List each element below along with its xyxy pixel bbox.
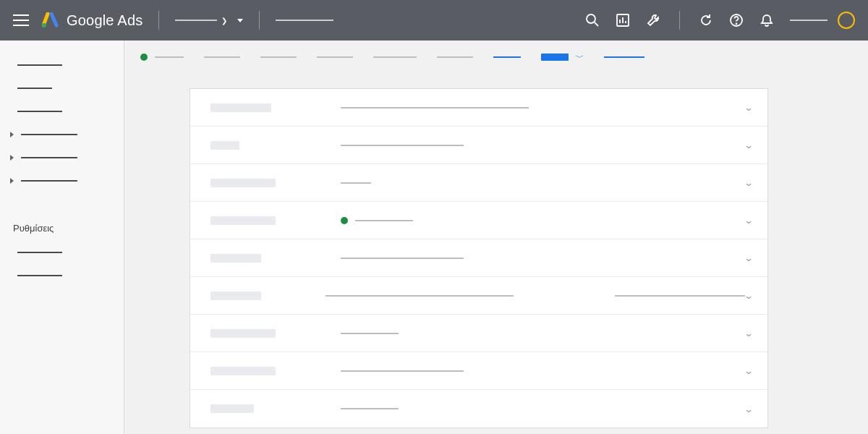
sidebar-item-settings[interactable]: Ρυθμίσεις <box>0 216 124 241</box>
campaign-label <box>276 20 333 21</box>
caret-right-icon <box>10 155 14 161</box>
chevron-down-icon: ⌄ <box>744 140 754 150</box>
chevron-down-icon: ⌄ <box>744 215 754 226</box>
setting-value <box>341 107 529 109</box>
crumb-item[interactable] <box>204 56 240 58</box>
crumb-item-link[interactable] <box>604 56 644 58</box>
dropdown-icon <box>237 19 243 22</box>
setting-label <box>210 329 276 338</box>
setting-row[interactable]: ⌄ <box>190 239 767 277</box>
app-header: Google Ads ❯ <box>0 0 868 41</box>
setting-row[interactable]: ⌄ <box>190 89 767 127</box>
status-dot-icon <box>341 217 348 224</box>
crumb-item[interactable] <box>437 56 473 58</box>
help-icon[interactable] <box>729 13 744 27</box>
setting-label <box>210 254 261 263</box>
setting-row[interactable]: ⌄ <box>190 390 767 427</box>
status-dot-icon <box>140 54 148 61</box>
setting-label <box>210 367 276 375</box>
content-area: ﹀ ⌄ ⌄ ⌄ <box>124 41 868 434</box>
svg-line-2 <box>595 22 598 26</box>
google-ads-logo-icon <box>42 12 59 28</box>
chevron-right-icon: ❯ <box>221 17 227 25</box>
chevron-down-icon: ⌄ <box>744 328 754 339</box>
setting-label <box>210 216 276 225</box>
crumb-item[interactable] <box>317 56 353 58</box>
setting-value-secondary <box>615 295 745 297</box>
sidebar-item-expandable[interactable] <box>0 123 124 146</box>
setting-label <box>210 179 276 187</box>
menu-icon[interactable] <box>13 14 29 26</box>
chevron-down-icon: ⌄ <box>744 365 754 376</box>
setting-value <box>341 408 399 409</box>
sidebar-item-expandable[interactable] <box>0 169 124 192</box>
sidebar-item[interactable] <box>0 241 124 264</box>
sidebar-item-expandable[interactable] <box>0 146 124 169</box>
sidebar: Ρυθμίσεις <box>0 41 124 434</box>
crumb-item[interactable] <box>260 56 297 58</box>
svg-point-8 <box>736 24 737 25</box>
setting-row[interactable]: ⌄ <box>190 352 767 390</box>
svg-point-0 <box>42 23 46 27</box>
setting-value <box>341 258 464 259</box>
chevron-down-icon: ⌄ <box>744 102 754 113</box>
setting-value <box>355 220 413 221</box>
setting-row[interactable]: ⌄ <box>190 202 767 239</box>
crumb-item[interactable] <box>373 56 417 58</box>
setting-value <box>341 145 464 146</box>
setting-label <box>210 404 254 413</box>
product-name: Google Ads <box>67 12 142 29</box>
chevron-down-icon: ⌄ <box>744 177 754 188</box>
setting-label <box>210 141 239 150</box>
crumb-item-link[interactable] <box>493 56 521 58</box>
notifications-icon[interactable] <box>760 13 774 27</box>
sidebar-item[interactable] <box>0 54 124 77</box>
caret-right-icon <box>10 132 14 137</box>
settings-list: ⌄ ⌄ ⌄ ⌄ <box>190 88 768 428</box>
setting-row[interactable]: ⌄ <box>190 127 767 164</box>
chevron-down-icon: ⌄ <box>744 290 754 301</box>
setting-row[interactable]: ⌄ <box>190 277 767 315</box>
setting-value <box>341 370 464 372</box>
user-label <box>790 20 827 21</box>
crumb-item[interactable] <box>155 56 184 58</box>
chevron-down-icon[interactable]: ﹀ <box>576 52 584 63</box>
chevron-down-icon: ⌄ <box>744 252 754 263</box>
setting-value <box>341 182 371 184</box>
tools-icon[interactable] <box>646 13 660 27</box>
setting-row[interactable]: ⌄ <box>190 164 767 202</box>
setting-label <box>210 103 271 112</box>
setting-row[interactable]: ⌄ <box>190 315 767 352</box>
account-selector[interactable]: ❯ <box>175 17 243 25</box>
sidebar-item[interactable] <box>0 77 124 100</box>
setting-label <box>210 292 261 300</box>
caret-right-icon <box>10 178 14 184</box>
refresh-icon[interactable] <box>699 13 713 27</box>
chevron-down-icon: ⌄ <box>744 404 754 414</box>
breadcrumb-bar: ﹀ <box>124 41 868 74</box>
reports-icon[interactable] <box>616 13 630 27</box>
search-icon[interactable] <box>585 13 600 27</box>
sidebar-item[interactable] <box>0 100 124 123</box>
setting-value <box>326 295 514 297</box>
avatar[interactable] <box>838 12 855 29</box>
crumb-item-active[interactable] <box>541 54 569 61</box>
svg-point-1 <box>587 14 595 23</box>
logo[interactable]: Google Ads <box>42 12 142 29</box>
setting-value <box>341 333 399 334</box>
sidebar-item[interactable] <box>0 264 124 287</box>
